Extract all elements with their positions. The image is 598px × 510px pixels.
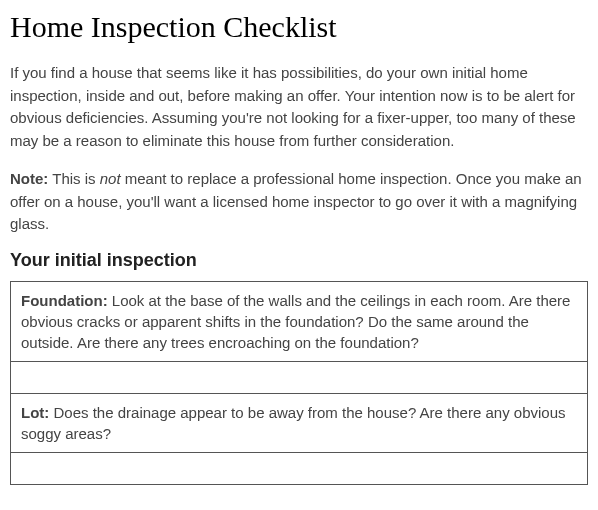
item-text: Does the drainage appear to be away from… [21, 404, 566, 442]
item-label: Lot: [21, 404, 49, 421]
checklist-blank [11, 452, 588, 484]
table-row [11, 361, 588, 393]
checklist-table: Foundation: Look at the base of the wall… [10, 281, 588, 485]
section-heading: Your initial inspection [10, 250, 588, 271]
checklist-item: Foundation: Look at the base of the wall… [11, 281, 588, 361]
table-row: Foundation: Look at the base of the wall… [11, 281, 588, 361]
page-title: Home Inspection Checklist [10, 10, 588, 44]
note-prefix: This is [48, 170, 99, 187]
checklist-item: Lot: Does the drainage appear to be away… [11, 393, 588, 452]
table-row [11, 452, 588, 484]
note-italic: not [100, 170, 121, 187]
note-label: Note: [10, 170, 48, 187]
intro-paragraph: If you find a house that seems like it h… [10, 62, 588, 152]
item-label: Foundation: [21, 292, 108, 309]
checklist-blank [11, 361, 588, 393]
note-paragraph: Note: This is not meant to replace a pro… [10, 168, 588, 236]
table-row: Lot: Does the drainage appear to be away… [11, 393, 588, 452]
